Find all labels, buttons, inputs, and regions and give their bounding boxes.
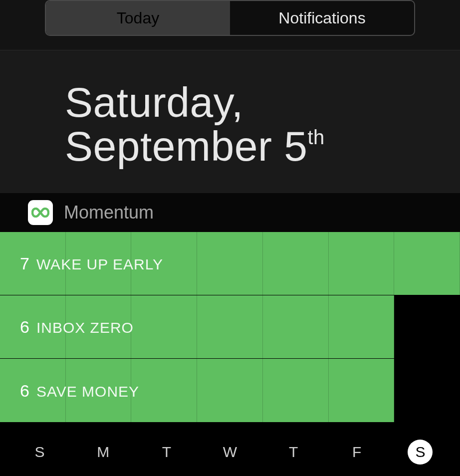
habit-row[interactable]: 6INBOX ZERO — [0, 295, 460, 359]
date-line-2: September 5th — [65, 124, 460, 168]
habit-cell[interactable] — [0, 232, 66, 295]
habit-cell[interactable] — [263, 295, 329, 358]
widget-title: Momentum — [64, 202, 154, 223]
app-icon — [28, 200, 53, 225]
habit-cell[interactable] — [329, 232, 395, 295]
habit-cell[interactable] — [66, 232, 132, 295]
current-day-indicator: S — [408, 440, 433, 465]
habit-cell[interactable] — [197, 359, 263, 422]
date-line-1: Saturday, — [65, 80, 460, 124]
habit-cell[interactable] — [329, 295, 395, 358]
habit-cell[interactable] — [263, 232, 329, 295]
habit-cell[interactable] — [263, 359, 329, 422]
date-month-day: September 5 — [65, 123, 307, 170]
infinity-icon — [31, 208, 49, 218]
habit-cell[interactable] — [0, 295, 66, 358]
day-label[interactable]: T — [135, 444, 198, 461]
habit-grid: 7WAKE UP EARLY6INBOX ZERO6SAVE MONEY — [0, 232, 460, 422]
today-view-screen: Today Notifications Saturday, September … — [0, 0, 460, 476]
habit-cell[interactable] — [197, 232, 263, 295]
day-label[interactable]: F — [325, 444, 389, 461]
day-label[interactable]: S — [8, 444, 71, 461]
segmented-control: Today Notifications — [45, 0, 415, 36]
habit-cell[interactable] — [394, 295, 460, 358]
habit-row[interactable]: 6SAVE MONEY — [0, 359, 460, 422]
habit-cell[interactable] — [394, 359, 460, 422]
habit-cell[interactable] — [131, 359, 197, 422]
widget-header[interactable]: Momentum — [0, 193, 460, 232]
segmented-control-wrap: Today Notifications — [0, 0, 460, 36]
date-header: Saturday, September 5th — [0, 50, 460, 193]
tab-notifications[interactable]: Notifications — [230, 1, 414, 35]
tab-today[interactable]: Today — [46, 1, 230, 35]
date-ordinal: th — [307, 126, 324, 148]
habit-cell[interactable] — [131, 232, 197, 295]
day-label[interactable]: W — [198, 444, 261, 461]
momentum-widget: Momentum 7WAKE UP EARLY6INBOX ZERO6SAVE … — [0, 193, 460, 476]
day-bar: SMTWTFS — [0, 422, 460, 476]
habit-cell[interactable] — [197, 295, 263, 358]
habit-cell[interactable] — [0, 359, 66, 422]
habit-cell[interactable] — [66, 295, 132, 358]
habit-cell[interactable] — [131, 295, 197, 358]
day-label[interactable]: S — [389, 440, 452, 465]
day-label[interactable]: T — [262, 444, 325, 461]
habit-cell[interactable] — [66, 359, 132, 422]
habit-row[interactable]: 7WAKE UP EARLY — [0, 232, 460, 295]
habit-cell[interactable] — [394, 232, 460, 295]
day-label[interactable]: M — [71, 444, 135, 461]
habit-cell[interactable] — [329, 359, 395, 422]
